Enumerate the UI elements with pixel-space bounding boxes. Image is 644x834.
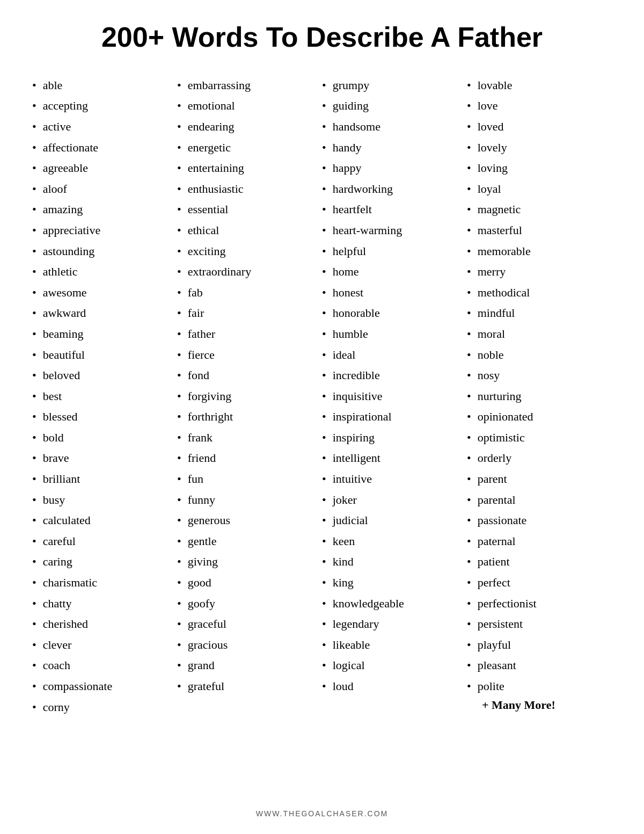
list-item: gracious [177, 635, 322, 656]
list-item: amazing [32, 199, 177, 220]
list-item: astounding [32, 241, 177, 262]
list-item: persistent [467, 614, 612, 635]
list-item: beloved [32, 365, 177, 386]
footer-url: WWW.THEGOALCHASER.COM [256, 809, 389, 818]
list-item: nurturing [467, 386, 612, 407]
list-item: emotional [177, 96, 322, 117]
list-item: loyal [467, 179, 612, 200]
list-item: agreeable [32, 158, 177, 179]
list-item: compassionate [32, 676, 177, 697]
list-item: calculated [32, 510, 177, 531]
list-item: forgiving [177, 386, 322, 407]
list-item: brilliant [32, 469, 177, 490]
column-4: lovablelovelovedlovelylovingloyalmagneti… [467, 75, 612, 793]
list-item: awesome [32, 282, 177, 303]
word-list-3: grumpyguidinghandsomehandyhappyhardworki… [322, 75, 467, 697]
list-item: enthusiastic [177, 179, 322, 200]
list-item: honest [322, 282, 467, 303]
list-item: graceful [177, 614, 322, 635]
list-item: able [32, 75, 177, 96]
list-item: logical [322, 655, 467, 676]
list-item: beautiful [32, 345, 177, 366]
list-item: bold [32, 427, 177, 448]
list-item: joker [322, 490, 467, 511]
list-item: optimistic [467, 427, 612, 448]
word-list-1: ableacceptingactiveaffectionateagreeable… [32, 75, 177, 717]
list-item: fond [177, 365, 322, 386]
list-item: grateful [177, 676, 322, 697]
list-item: extraordinary [177, 262, 322, 282]
list-item: hardworking [322, 179, 467, 200]
list-item: father [177, 324, 322, 345]
list-item: clever [32, 635, 177, 656]
list-item: merry [467, 262, 612, 282]
list-item: accepting [32, 96, 177, 117]
list-item: lovely [467, 137, 612, 158]
list-item: keen [322, 531, 467, 552]
list-item: legendary [322, 614, 467, 635]
list-item: appreciative [32, 220, 177, 241]
page-title: 200+ Words To Describe A Father [101, 21, 543, 54]
list-item: love [467, 96, 612, 117]
plus-more: + Many More! [467, 698, 612, 712]
list-item: corny [32, 697, 177, 718]
list-item: helpful [322, 241, 467, 262]
column-1: ableacceptingactiveaffectionateagreeable… [32, 75, 177, 793]
list-item: honorable [322, 303, 467, 324]
list-item: loved [467, 117, 612, 137]
list-item: ideal [322, 345, 467, 366]
list-item: charismatic [32, 572, 177, 593]
list-item: frank [177, 427, 322, 448]
list-item: playful [467, 635, 612, 656]
list-item: ethical [177, 220, 322, 241]
list-item: knowledgeable [322, 593, 467, 614]
list-item: noble [467, 345, 612, 366]
list-item: fierce [177, 345, 322, 366]
list-item: energetic [177, 137, 322, 158]
list-item: inquisitive [322, 386, 467, 407]
list-item: magnetic [467, 199, 612, 220]
column-3: grumpyguidinghandsomehandyhappyhardworki… [322, 75, 467, 793]
list-item: forthright [177, 407, 322, 427]
list-item: handy [322, 137, 467, 158]
list-item: gentle [177, 531, 322, 552]
list-item: nosy [467, 365, 612, 386]
list-item: grumpy [322, 75, 467, 96]
list-item: chatty [32, 593, 177, 614]
list-item: patient [467, 552, 612, 572]
list-item: best [32, 386, 177, 407]
list-item: perfectionist [467, 593, 612, 614]
list-item: good [177, 572, 322, 593]
list-item: beaming [32, 324, 177, 345]
list-item: brave [32, 448, 177, 469]
list-item: moral [467, 324, 612, 345]
word-list-4: lovablelovelovedlovelylovingloyalmagneti… [467, 75, 612, 697]
list-item: humble [322, 324, 467, 345]
list-item: affectionate [32, 137, 177, 158]
list-item: home [322, 262, 467, 282]
list-item: incredible [322, 365, 467, 386]
list-item: aloof [32, 179, 177, 200]
list-item: entertaining [177, 158, 322, 179]
column-2: embarrassingemotionalendearingenergetice… [177, 75, 322, 793]
list-item: memorable [467, 241, 612, 262]
list-item: fair [177, 303, 322, 324]
list-item: judicial [322, 510, 467, 531]
list-item: intuitive [322, 469, 467, 490]
list-item: fab [177, 282, 322, 303]
list-item: grand [177, 655, 322, 676]
list-item: paternal [467, 531, 612, 552]
list-item: caring [32, 552, 177, 572]
list-item: methodical [467, 282, 612, 303]
list-item: busy [32, 490, 177, 511]
list-item: heart-warming [322, 220, 467, 241]
list-item: fun [177, 469, 322, 490]
list-item: careful [32, 531, 177, 552]
list-item: inspirational [322, 407, 467, 427]
list-item: awkward [32, 303, 177, 324]
list-item: giving [177, 552, 322, 572]
list-item: generous [177, 510, 322, 531]
list-item: friend [177, 448, 322, 469]
list-item: king [322, 572, 467, 593]
list-item: pleasant [467, 655, 612, 676]
